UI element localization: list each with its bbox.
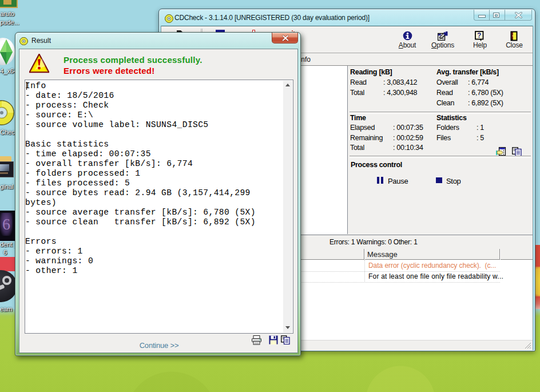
- svg-text:?: ?: [477, 31, 481, 39]
